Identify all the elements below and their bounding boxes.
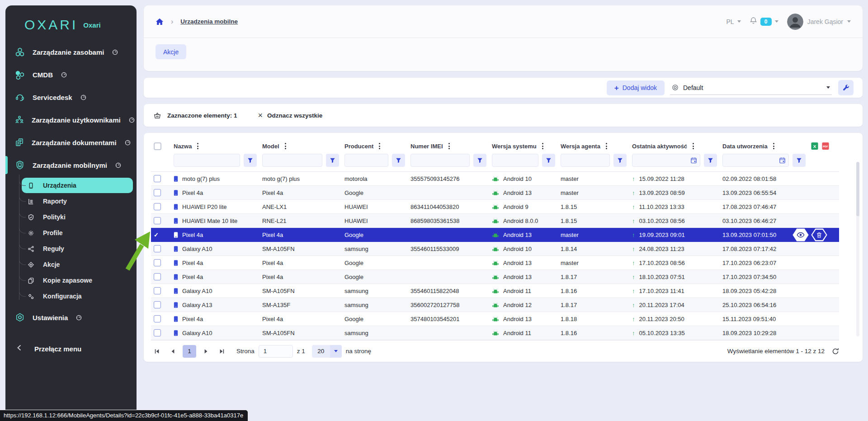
notifications-button[interactable]: 0 bbox=[750, 17, 778, 26]
filter-button[interactable] bbox=[392, 154, 405, 167]
row-checkbox[interactable] bbox=[154, 175, 161, 182]
table-row[interactable]: HUAWEI P20 liteANE-LX1HUAWEI863411044053… bbox=[151, 200, 839, 214]
next-page-button[interactable] bbox=[200, 345, 212, 357]
table-row[interactable]: Galaxy A13SM-A135Fsamsung356002720127758… bbox=[151, 298, 839, 312]
calendar-icon[interactable] bbox=[779, 157, 786, 164]
filter-button[interactable] bbox=[704, 154, 717, 167]
page-size-select[interactable]: 20 bbox=[312, 345, 342, 358]
column-menu-icon[interactable] bbox=[196, 142, 199, 150]
table-row[interactable]: Galaxy A10SM-A105FNsamsungAndroid 111.8.… bbox=[151, 326, 839, 340]
user-name[interactable]: Jarek Gąsior bbox=[807, 18, 843, 25]
delete-button[interactable] bbox=[811, 228, 827, 241]
first-page-button[interactable] bbox=[151, 345, 163, 357]
phone-icon bbox=[174, 302, 178, 308]
table-body: moto g(7) plusmoto g(7) plusmotorola3555… bbox=[151, 172, 839, 340]
last-page-button[interactable] bbox=[216, 345, 228, 357]
deselect-all-button[interactable]: × Odznacz wszystkie bbox=[258, 111, 323, 119]
row-checkbox[interactable] bbox=[154, 273, 161, 280]
row-checkbox[interactable] bbox=[154, 315, 161, 322]
vertical-scrollbar[interactable] bbox=[856, 162, 859, 336]
table-row[interactable]: moto g(7) plusmoto g(7) plusmotorola3555… bbox=[151, 172, 839, 186]
table-row[interactable]: HUAWEI Mate 10 liteRNE-L21HUAWEI86859803… bbox=[151, 214, 839, 228]
row-checkbox[interactable] bbox=[154, 329, 161, 336]
row-checkbox[interactable] bbox=[154, 245, 161, 252]
filter-input[interactable] bbox=[174, 154, 240, 167]
table-row[interactable]: Pixel 4aPixel 4aGoogleAndroid 13master↑1… bbox=[151, 256, 839, 270]
sidebar-item-assets[interactable]: Zarządzanie zasobami bbox=[5, 41, 137, 63]
prev-page-button[interactable] bbox=[167, 345, 179, 357]
add-view-button[interactable]: + Dodaj widok bbox=[607, 80, 665, 95]
sidebar-item-documents[interactable]: Zarządzanie dokumentami bbox=[5, 131, 137, 154]
calendar-icon[interactable] bbox=[690, 157, 697, 164]
view-select[interactable]: Default bbox=[670, 80, 832, 95]
filter-button[interactable] bbox=[473, 154, 486, 167]
sidebar-subitem-backups[interactable]: Kopie zapasowe bbox=[22, 273, 133, 288]
filter-input[interactable] bbox=[492, 154, 538, 167]
table-row[interactable]: Pixel 4aPixel 4aGoogleAndroid 13master↑1… bbox=[151, 186, 839, 200]
filter-button[interactable] bbox=[542, 154, 555, 167]
view-settings-button[interactable] bbox=[838, 80, 854, 95]
column-menu-icon[interactable] bbox=[692, 142, 695, 150]
column-menu-icon[interactable] bbox=[284, 142, 287, 150]
filter-input[interactable] bbox=[561, 154, 610, 167]
view-select-value: Default bbox=[683, 84, 822, 91]
sidebar-subitem-profiles[interactable]: Profile bbox=[22, 225, 133, 241]
filter-button[interactable] bbox=[244, 154, 257, 167]
chevron-left-icon bbox=[16, 344, 22, 353]
header-card: › Urządzenia mobilne PL 0 Jarek Gąsior bbox=[144, 5, 863, 71]
collapse-menu-button[interactable]: Przełącz menu bbox=[5, 344, 137, 353]
page-number-button[interactable]: 1 bbox=[183, 345, 196, 358]
filter-input[interactable] bbox=[344, 154, 388, 167]
row-checked-icon[interactable]: ✓ bbox=[154, 232, 159, 238]
filter-input[interactable] bbox=[410, 154, 470, 167]
actions-button[interactable]: Akcje bbox=[156, 44, 186, 59]
sidebar-item-settings[interactable]: Ustawienia bbox=[5, 306, 137, 329]
filter-button[interactable] bbox=[613, 154, 627, 167]
filter-button[interactable] bbox=[326, 154, 339, 167]
row-checkbox[interactable] bbox=[154, 287, 161, 294]
column-menu-icon[interactable] bbox=[772, 142, 775, 150]
row-checkbox[interactable] bbox=[154, 203, 161, 210]
breadcrumb-current-link[interactable]: Urządzenia mobilne bbox=[180, 18, 238, 25]
filter-input[interactable] bbox=[262, 154, 322, 167]
table-row[interactable]: Galaxy A10SM-A105FNsamsung35546011553300… bbox=[151, 242, 839, 256]
table-row[interactable]: ✓Pixel 4aPixel 4aGoogleAndroid 13master↑… bbox=[151, 228, 839, 242]
language-selector[interactable]: PL bbox=[726, 18, 741, 25]
refresh-icon[interactable] bbox=[832, 348, 839, 355]
row-checkbox[interactable] bbox=[154, 217, 161, 224]
avatar[interactable] bbox=[787, 14, 803, 30]
column-menu-icon[interactable] bbox=[448, 142, 451, 150]
column-menu-icon[interactable] bbox=[378, 142, 381, 150]
page-input[interactable] bbox=[259, 345, 293, 358]
table-row[interactable]: Galaxy A10SM-A105FNsamsung35546011582204… bbox=[151, 284, 839, 298]
filter-input[interactable] bbox=[722, 154, 789, 167]
sidebar-subitem-reports[interactable]: Raporty bbox=[22, 194, 133, 209]
sidebar-subitem-config[interactable]: Konfiguracja bbox=[22, 289, 133, 304]
sidebar-subitem-device[interactable]: Urządzenia bbox=[22, 178, 133, 193]
sidebar-item-users[interactable]: Zarządzanie użytkownikami bbox=[5, 109, 137, 131]
row-checkbox[interactable] bbox=[154, 259, 161, 266]
select-all-checkbox[interactable] bbox=[154, 142, 161, 150]
sidebar-subitem-policies[interactable]: Polityki bbox=[22, 209, 133, 225]
basket-icon bbox=[154, 112, 161, 119]
view-details-button[interactable] bbox=[793, 228, 809, 241]
row-checkbox[interactable] bbox=[154, 189, 161, 196]
export-excel-icon[interactable]: X bbox=[811, 142, 818, 150]
export-pdf-icon[interactable]: PDF bbox=[822, 142, 829, 150]
filter-button[interactable] bbox=[793, 154, 806, 167]
filter-input[interactable] bbox=[632, 154, 700, 167]
brand-logo[interactable]: OXARI Oxari bbox=[5, 5, 137, 41]
logo-text: OXARI bbox=[24, 17, 78, 33]
home-icon[interactable] bbox=[156, 18, 164, 25]
sidebar-subitem-actions[interactable]: Akcje bbox=[22, 257, 133, 272]
sidebar-item-cmdb[interactable]: CMDB bbox=[5, 63, 137, 86]
column-header: Producent bbox=[342, 142, 408, 150]
sidebar-item-servicedesk[interactable]: Servicedesk bbox=[5, 86, 137, 109]
sidebar-item-mobile[interactable]: Zarządzanie mobilnymi bbox=[5, 154, 137, 176]
column-menu-icon[interactable] bbox=[541, 142, 544, 150]
table-row[interactable]: Pixel 4aPixel 4aGoogleAndroid 131.8.17↑1… bbox=[151, 270, 839, 284]
table-row[interactable]: Pixel 4aPixel 4aGoogle357480103545201And… bbox=[151, 312, 839, 326]
column-menu-icon[interactable] bbox=[605, 142, 608, 150]
row-checkbox[interactable] bbox=[154, 301, 161, 308]
sidebar-subitem-rules[interactable]: Reguły bbox=[22, 241, 133, 256]
